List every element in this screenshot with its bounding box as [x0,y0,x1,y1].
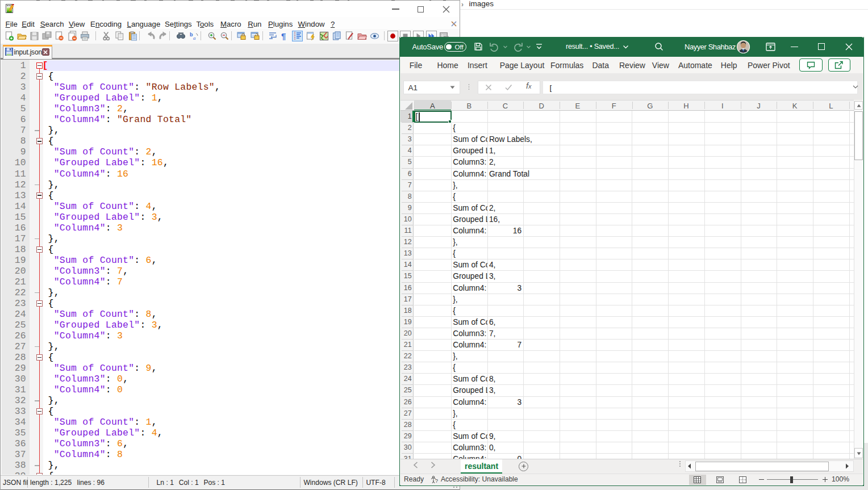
svg-text:¶: ¶ [281,31,286,41]
svg-text:?: ? [435,478,438,484]
svg-text:a: a [193,35,196,41]
